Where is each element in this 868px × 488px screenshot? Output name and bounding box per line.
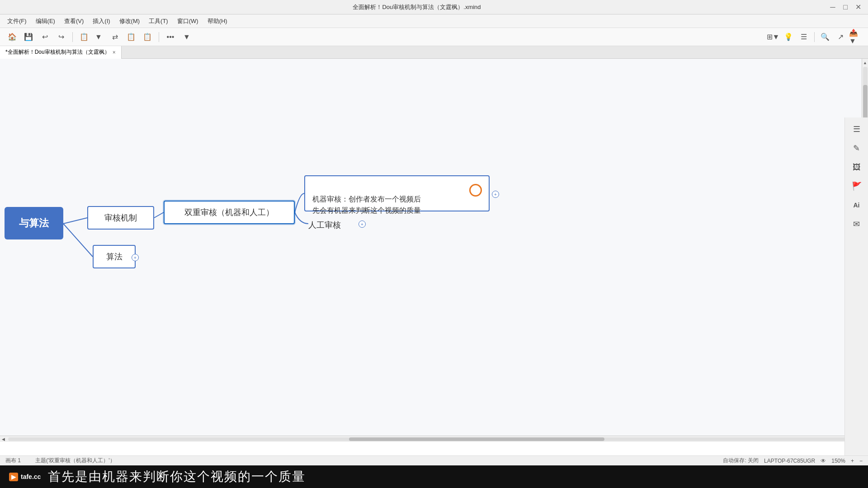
paste-button[interactable]: 📋 — [141, 31, 154, 43]
panel-menu-btn[interactable]: ☰ — [849, 121, 865, 137]
more-button[interactable]: ••• — [164, 31, 177, 43]
menu-modify[interactable]: 修改(M) — [116, 16, 144, 26]
scroll-track[interactable] — [8, 437, 860, 441]
scroll-left-arrow[interactable]: ◀ — [0, 436, 6, 442]
node-suanfa-label: 算法 — [106, 251, 123, 262]
separator-2 — [159, 32, 159, 42]
topic-label: 主题('双重审核（机器和人工）'） — [35, 457, 115, 465]
zoom-in-btn[interactable]: + — [851, 458, 854, 464]
save-button[interactable]: 💾 — [22, 31, 35, 43]
toolbar-right: ⊞▼ 💡 ☰ 🔍 ↗ 📤▼ — [766, 31, 863, 43]
node-rengong[interactable]: 人工审核 — [308, 216, 341, 234]
zoom-out-btn[interactable]: − — [859, 458, 863, 464]
node-rengong-label: 人工审核 — [308, 221, 341, 230]
export-button[interactable]: 📤▼ — [849, 31, 863, 43]
window-title: 全面解析！Dou审核机制与算法（文霆枫）.xmind — [5, 3, 828, 11]
scroll-up-arrow[interactable]: ▲ — [862, 60, 868, 66]
device-label: LAPTOP-67C85UGR — [764, 458, 815, 464]
menu-insert[interactable]: 插入(I) — [89, 16, 113, 26]
status-right: 自动保存: 关闭 LAPTOP-67C85UGR 👁 150% + − — [723, 457, 863, 465]
scroll-thumb — [349, 437, 604, 441]
expand-btn-jiqishenhe[interactable]: + — [492, 191, 499, 198]
menu-tools[interactable]: 工具(T) — [145, 16, 172, 26]
canvas-area[interactable]: 与算法 审核机制 算法 双重审核（机器和人工） 机器审核：创作者发布一个视频后 … — [0, 59, 868, 442]
panel-flag-btn[interactable]: 🚩 — [849, 178, 865, 194]
expand-btn-rengong[interactable]: + — [359, 221, 366, 228]
search-button[interactable]: 🔍 — [818, 31, 832, 43]
swap-button[interactable]: ⇄ — [108, 31, 122, 43]
close-button[interactable]: ✕ — [854, 3, 863, 12]
expand-btn-suanfa[interactable]: + — [132, 254, 139, 261]
copy-button[interactable]: 📋 — [124, 31, 138, 43]
status-bar: 画布 1 主题('双重审核（机器和人工）'） 自动保存: 关闭 LAPTOP-6… — [0, 455, 868, 465]
undo-button[interactable]: ↩ — [38, 31, 52, 43]
node-suanfa[interactable]: 算法 — [93, 245, 136, 268]
menu-file[interactable]: 文件(F) — [4, 16, 30, 26]
home-button[interactable]: 🏠 — [5, 31, 19, 43]
node-shuangzhong[interactable]: 双重审核（机器和人工） — [164, 201, 295, 224]
title-bar: 全面解析！Dou审核机制与算法（文霆枫）.xmind ─ □ ✕ — [0, 0, 868, 14]
svg-line-0 — [63, 218, 87, 224]
toolbar: 🏠 💾 ↩ ↪ 📋 ▼ ⇄ 📋 📋 ••• ▼ ⊞▼ 💡 ☰ 🔍 ↗ 📤▼ — [0, 28, 868, 46]
logo-icon: ▶ — [9, 473, 18, 481]
separator-3 — [814, 32, 815, 42]
outline-button[interactable]: ☰ — [797, 31, 811, 43]
zoom-level: 150% — [831, 458, 845, 464]
main-tab[interactable]: *全面解析！Dou审核机制与算法（文霆枫） × — [0, 46, 122, 59]
menu-help[interactable]: 帮助(H) — [204, 16, 231, 26]
node-jiqishenhe[interactable]: 机器审核：创作者发布一个视频后 先会有机器来判断这个视频的质量 — [304, 175, 490, 211]
logo-text: tafe.cc — [21, 473, 41, 480]
redo-button[interactable]: ↪ — [54, 31, 68, 43]
tab-close-button[interactable]: × — [113, 49, 116, 56]
horizontal-scrollbar[interactable]: ◀ ▶ — [0, 436, 868, 442]
root-node-label: 与算法 — [19, 216, 49, 230]
node-shuangzhong-label: 双重审核（机器和人工） — [184, 207, 274, 218]
minimize-button[interactable]: ─ — [828, 3, 837, 12]
menu-edit[interactable]: 编辑(E) — [32, 16, 59, 26]
menu-view[interactable]: 查看(V) — [61, 16, 87, 26]
subtitle-bar: ▶ tafe.cc 首先是由机器来判断你这个视频的一个质量 — [0, 465, 868, 488]
panel-image-btn[interactable]: 🖼 — [849, 159, 865, 175]
panel-edit-btn[interactable]: ✎ — [849, 140, 865, 156]
title-controls: ─ □ ✕ — [828, 3, 863, 12]
menu-bar: 文件(F) 编辑(E) 查看(V) 插入(I) 修改(M) 工具(T) 窗口(W… — [0, 14, 868, 28]
canvas-label: 画布 1 — [5, 457, 21, 465]
right-panel: ☰ ✎ 🖼 🚩 Ai ✉ — [844, 117, 868, 488]
node-shenhe[interactable]: 审核机制 — [87, 206, 154, 230]
more-dropdown-btn[interactable]: ▼ — [180, 31, 193, 43]
node-shenhe-label: 审核机制 — [104, 212, 137, 223]
panel-mail-btn[interactable]: ✉ — [849, 216, 865, 232]
node-jiqishenhe-label: 机器审核：创作者发布一个视频后 先会有机器来判断这个视频的质量 — [312, 195, 421, 215]
separator-1 — [72, 32, 73, 42]
tab-label: *全面解析！Dou审核机制与算法（文霆枫） — [5, 48, 110, 56]
panel-text-btn[interactable]: Ai — [849, 197, 865, 213]
maximize-button[interactable]: □ — [841, 3, 850, 12]
topic-style-button[interactable]: ⊞▼ — [766, 31, 780, 43]
eye-icon: 👁 — [821, 458, 826, 464]
subtitle-logo: ▶ tafe.cc — [9, 473, 41, 481]
tab-bar: *全面解析！Dou审核机制与算法（文霆枫） × — [0, 46, 868, 59]
root-node[interactable]: 与算法 — [5, 207, 63, 239]
lightbulb-button[interactable]: 💡 — [782, 31, 795, 43]
cursor-indicator — [469, 184, 482, 197]
subtitle-text: 首先是由机器来判断你这个视频的一个质量 — [48, 468, 306, 485]
autosave-status: 自动保存: 关闭 — [723, 457, 759, 465]
style-dropdown[interactable]: 📋 ▼ — [77, 31, 105, 43]
svg-line-2 — [154, 212, 164, 218]
share-button[interactable]: ↗ — [834, 31, 847, 43]
menu-window[interactable]: 窗口(W) — [174, 16, 202, 26]
